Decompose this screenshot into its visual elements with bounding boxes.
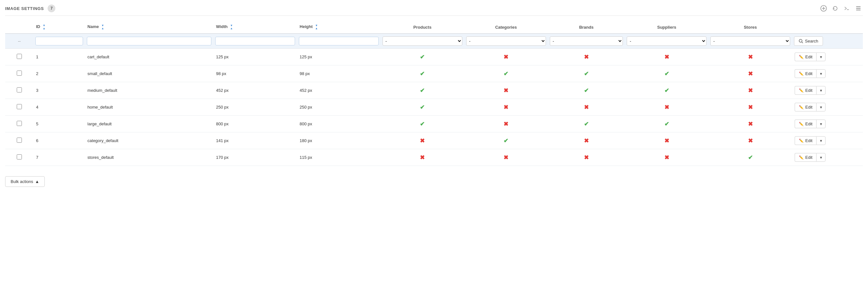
sort-asc-icon: ▲ — [230, 27, 233, 30]
row-width: 125 px — [213, 49, 297, 65]
edit-dropdown-button[interactable]: ▼ — [816, 53, 826, 61]
svg-line-8 — [802, 42, 803, 43]
cross-icon: ✖ — [503, 87, 508, 94]
row-name: large_default — [85, 116, 214, 133]
filter-id-cell — [33, 33, 85, 49]
edit-button[interactable]: ✏️ Edit — [795, 136, 816, 145]
row-suppliers: ✖ — [625, 149, 708, 166]
row-height: 115 px — [297, 149, 381, 166]
dropdown-caret-icon: ▼ — [819, 105, 823, 109]
check-icon: ✔ — [503, 138, 508, 144]
cross-icon: ✖ — [664, 104, 669, 111]
row-checkbox[interactable] — [17, 104, 22, 109]
edit-dropdown-button[interactable]: ▼ — [816, 136, 826, 145]
filter-id-input[interactable] — [35, 37, 83, 46]
filter-height-input[interactable] — [299, 37, 379, 46]
header-stores-col: Stores — [708, 21, 792, 33]
header-id-col[interactable]: ID ▼ ▲ — [33, 21, 85, 33]
table-row: 7 stores_default 170 px 115 px ✖ ✖ ✖ ✖ ✔… — [5, 149, 863, 166]
filter-brands-select[interactable]: - Yes No — [550, 36, 623, 46]
menu-button[interactable] — [854, 4, 863, 13]
edit-dropdown-button[interactable]: ▼ — [816, 119, 826, 128]
filter-suppliers-select[interactable]: - Yes No — [627, 36, 707, 46]
row-checkbox[interactable] — [17, 121, 22, 126]
row-checkbox[interactable] — [17, 54, 22, 59]
edit-dropdown-button[interactable]: ▼ — [816, 153, 826, 162]
edit-dropdown-button[interactable]: ▼ — [816, 86, 826, 95]
name-sort-icons: ▼ ▲ — [101, 24, 104, 30]
filter-categories-select[interactable]: - Yes No — [466, 36, 546, 46]
edit-button[interactable]: ✏️ Edit — [795, 53, 816, 61]
row-checkbox[interactable] — [17, 154, 22, 160]
edit-dropdown-button[interactable]: ▼ — [816, 103, 826, 111]
edit-button[interactable]: ✏️ Edit — [795, 86, 816, 95]
search-button[interactable]: Search — [794, 36, 823, 46]
row-checkbox[interactable] — [17, 138, 22, 143]
row-suppliers: ✖ — [625, 49, 708, 65]
check-icon: ✔ — [664, 121, 669, 127]
edit-button[interactable]: ✏️ Edit — [795, 153, 816, 162]
dropdown-caret-icon: ▼ — [819, 122, 823, 126]
check-icon: ✔ — [420, 87, 425, 94]
row-categories: ✔ — [464, 133, 548, 149]
table-row: 3 medium_default 452 px 452 px ✔ ✖ ✔ ✔ ✖… — [5, 82, 863, 99]
add-icon — [820, 5, 827, 11]
row-products: ✖ — [381, 133, 464, 149]
bulk-actions-caret-icon: ▲ — [35, 179, 39, 184]
refresh-button[interactable] — [831, 4, 840, 13]
table-row: 6 category_default 141 px 180 px ✖ ✔ ✖ ✖… — [5, 133, 863, 149]
bulk-actions-button[interactable]: Bulk actions ▲ — [5, 176, 45, 187]
row-checkbox-cell — [5, 99, 33, 116]
edit-button[interactable]: ✏️ Edit — [795, 69, 816, 78]
record-count-badge: 7 — [48, 4, 55, 12]
edit-button-group: ✏️ Edit ▼ — [795, 69, 860, 78]
edit-button-group: ✏️ Edit ▼ — [795, 103, 860, 111]
filter-width-input[interactable] — [215, 37, 295, 46]
row-categories: ✖ — [464, 116, 548, 133]
row-brands: ✖ — [548, 49, 625, 65]
row-checkbox-cell — [5, 82, 33, 99]
dropdown-caret-icon: ▼ — [819, 89, 823, 92]
row-stores: ✖ — [708, 116, 792, 133]
row-categories: ✔ — [464, 65, 548, 82]
row-height: 125 px — [297, 49, 381, 65]
image-settings-table: ID ▼ ▲ Name ▼ ▲ Width — [5, 21, 863, 166]
header-height-col[interactable]: Height ▼ ▲ — [297, 21, 381, 33]
edit-button[interactable]: ✏️ Edit — [795, 103, 816, 111]
row-categories: ✖ — [464, 49, 548, 65]
header-width-col[interactable]: Width ▼ ▲ — [213, 21, 297, 33]
row-brands: ✔ — [548, 65, 625, 82]
row-products: ✔ — [381, 99, 464, 116]
filter-search-cell: Search — [792, 33, 863, 49]
terminal-button[interactable] — [842, 4, 851, 13]
row-checkbox[interactable] — [17, 71, 22, 76]
search-icon — [799, 39, 803, 43]
row-stores: ✔ — [708, 149, 792, 166]
cross-icon: ✖ — [584, 154, 589, 161]
row-categories: ✖ — [464, 99, 548, 116]
filter-stores-select[interactable]: - Yes No — [710, 36, 790, 46]
edit-dropdown-button[interactable]: ▼ — [816, 69, 826, 78]
cross-icon: ✖ — [664, 138, 669, 144]
cross-icon: ✖ — [748, 71, 753, 77]
header-name-col[interactable]: Name ▼ ▲ — [85, 21, 214, 33]
filter-products-select[interactable]: - Yes No — [382, 36, 462, 46]
check-icon: ✔ — [503, 71, 508, 77]
pencil-icon: ✏️ — [799, 155, 804, 160]
footer: Bulk actions ▲ — [5, 172, 863, 187]
row-products: ✔ — [381, 65, 464, 82]
header-products-col: Products — [381, 21, 464, 33]
cross-icon: ✖ — [420, 138, 425, 144]
pencil-icon: ✏️ — [799, 88, 804, 93]
row-name: small_default — [85, 65, 214, 82]
pencil-icon: ✏️ — [799, 55, 804, 59]
add-button[interactable] — [819, 4, 828, 13]
svg-rect-6 — [856, 10, 861, 10]
sort-asc-icon: ▲ — [101, 27, 104, 30]
row-checkbox[interactable] — [17, 87, 22, 92]
check-icon: ✔ — [664, 87, 669, 94]
row-name: medium_default — [85, 82, 214, 99]
edit-label: Edit — [805, 121, 812, 126]
filter-name-input[interactable] — [87, 37, 212, 46]
edit-button[interactable]: ✏️ Edit — [795, 119, 816, 128]
